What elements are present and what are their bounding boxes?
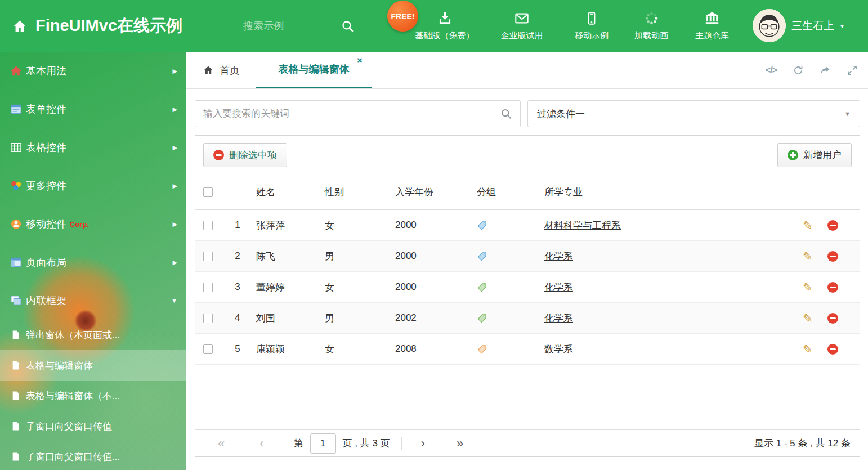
tab-label: 表格与编辑窗体	[279, 62, 350, 76]
row-number: 4	[226, 303, 249, 333]
sidebar-item-page-layout[interactable]: 页面布局 ▶	[0, 243, 186, 281]
brand[interactable]: FineUIMvc在线示例	[11, 0, 182, 52]
column-header-name[interactable]: 姓名	[249, 175, 319, 209]
first-page-button[interactable]: «	[218, 437, 225, 450]
close-tab-icon[interactable]: ×	[357, 56, 363, 65]
prev-page-button[interactable]: ‹	[259, 437, 263, 450]
nav-basic-free[interactable]: 基础版（免费）	[407, 11, 482, 41]
nav-label: 企业版试用	[501, 30, 543, 41]
header-search-input[interactable]	[243, 20, 325, 32]
nav-theme-repo[interactable]: 主题仓库	[681, 11, 744, 41]
major-link[interactable]: 数学系	[544, 343, 573, 356]
sidebar-item-inline-frame[interactable]: 内联框架 ▼	[0, 281, 186, 320]
column-header-major[interactable]: 所学专业	[538, 175, 793, 209]
download-icon	[437, 11, 453, 26]
major-link[interactable]: 化学系	[544, 312, 573, 325]
chevron-right-icon: ▶	[173, 106, 177, 113]
filter-dropdown-value: 过滤条件一	[537, 108, 585, 120]
corp-badge: Corp.	[70, 220, 89, 229]
next-page-button[interactable]: ›	[421, 437, 425, 450]
cell-year: 2008	[389, 334, 471, 364]
spinner-icon	[644, 11, 659, 26]
header-nav: 基础版（免费） 企业版试用 移动示例 加载动画	[407, 0, 744, 52]
sidebar-item-more-controls[interactable]: 更多控件 ▶	[0, 167, 186, 205]
nav-mobile-demo[interactable]: 移动示例	[561, 11, 622, 41]
edit-icon[interactable]: ✎	[803, 281, 813, 293]
edit-icon[interactable]: ✎	[803, 312, 813, 324]
column-header-select	[195, 175, 226, 209]
delete-selected-button[interactable]: 删除选中项	[203, 143, 287, 167]
row-checkbox[interactable]	[203, 314, 213, 323]
last-page-button[interactable]: »	[457, 437, 463, 450]
cell-gender: 女	[319, 272, 389, 302]
major-link[interactable]: 化学系	[544, 281, 573, 294]
filter-dropdown[interactable]: 过滤条件一 ▼	[527, 100, 860, 127]
delete-icon[interactable]	[827, 220, 838, 231]
nav-loading-animation[interactable]: 加载动画	[622, 11, 681, 41]
sidebar-subitem-label: 表格与编辑窗体	[26, 359, 93, 372]
sidebar-item-form-controls[interactable]: 表单控件 ▶	[0, 90, 186, 128]
edit-icon[interactable]: ✎	[803, 343, 813, 355]
major-link[interactable]: 材料科学与工程系	[544, 219, 621, 232]
file-icon	[11, 451, 20, 462]
delete-icon[interactable]	[827, 313, 838, 324]
file-icon	[11, 421, 20, 432]
search-icon[interactable]	[341, 19, 355, 33]
chevron-down-icon: ▼	[171, 297, 177, 304]
table-row: 1 张萍萍 女 2000 材料科学与工程系 ✎	[195, 210, 860, 241]
avatar[interactable]	[753, 9, 786, 42]
keyword-search-box	[195, 100, 521, 127]
column-header-year[interactable]: 入学年份	[389, 175, 471, 209]
envelope-icon	[514, 11, 530, 26]
share-icon[interactable]	[820, 65, 831, 76]
sidebar-subitem-grid-edit-window[interactable]: 表格与编辑窗体	[0, 350, 186, 381]
row-checkbox[interactable]	[203, 252, 213, 261]
row-number: 5	[226, 334, 249, 364]
column-header-group[interactable]: 分组	[471, 175, 538, 209]
delete-icon[interactable]	[827, 282, 838, 293]
delete-icon[interactable]	[827, 344, 838, 355]
sidebar-item-basic-usage[interactable]: 基本用法 ▶	[0, 52, 186, 90]
sidebar-subitem-popup-window[interactable]: 弹出窗体（本页面或...	[0, 320, 186, 350]
fullscreen-icon[interactable]	[847, 65, 858, 76]
sidebar-subitem-child-to-parent[interactable]: 子窗口向父窗口传值	[0, 411, 186, 441]
tab-bar: 首页 表格与编辑窗体 × </>	[186, 52, 868, 89]
home-icon	[11, 19, 28, 34]
row-checkbox[interactable]	[203, 344, 213, 354]
sidebar-subitem-child-to-parent-2[interactable]: 子窗口向父窗口传值...	[0, 441, 186, 470]
page-number-input[interactable]	[310, 433, 336, 454]
tab-toolbar: </>	[766, 52, 858, 88]
sidebar-submenu: 弹出窗体（本页面或... 表格与编辑窗体 表格与编辑窗体（不... 子窗口向父窗…	[0, 320, 186, 470]
grid-toolbar: 删除选中项 新增用户	[195, 136, 860, 175]
row-checkbox[interactable]	[203, 283, 213, 292]
chevron-right-icon: ▶	[173, 221, 177, 228]
edit-icon[interactable]: ✎	[803, 220, 813, 231]
tag-icon	[477, 313, 487, 324]
search-icon[interactable]	[500, 108, 512, 120]
row-checkbox[interactable]	[203, 221, 213, 230]
sidebar-item-grid-controls[interactable]: 表格控件 ▶	[0, 128, 186, 167]
user-menu[interactable]: 三生石上 ▼	[791, 0, 845, 52]
edit-icon[interactable]: ✎	[803, 250, 813, 262]
sidebar-item-mobile-controls[interactable]: 移动控件 Corp. ▶	[0, 205, 186, 243]
row-number: 3	[226, 272, 249, 302]
keyword-search-input[interactable]	[203, 108, 500, 119]
select-all-checkbox[interactable]	[203, 187, 213, 197]
file-icon	[11, 360, 20, 371]
nav-enterprise-trial[interactable]: 企业版试用	[482, 11, 561, 41]
source-code-icon[interactable]: </>	[766, 65, 777, 75]
major-link[interactable]: 化学系	[544, 250, 573, 263]
delete-icon[interactable]	[827, 251, 838, 262]
table-row: 5 康颖颖 女 2008 数学系 ✎	[195, 334, 860, 365]
sidebar-subitem-label: 表格与编辑窗体（不...	[26, 390, 120, 402]
file-icon	[11, 330, 20, 341]
minus-circle-icon	[213, 150, 224, 160]
tab-home[interactable]: 首页	[203, 52, 240, 88]
column-header-gender[interactable]: 性别	[319, 175, 389, 209]
add-user-button[interactable]: 新增用户	[777, 143, 852, 167]
sidebar-item-label: 内联框架	[26, 294, 66, 307]
tab-grid-edit-window[interactable]: 表格与编辑窗体 ×	[256, 52, 372, 88]
header-search	[243, 0, 355, 52]
sidebar-subitem-grid-edit-window-2[interactable]: 表格与编辑窗体（不...	[0, 381, 186, 411]
refresh-icon[interactable]	[793, 65, 804, 76]
